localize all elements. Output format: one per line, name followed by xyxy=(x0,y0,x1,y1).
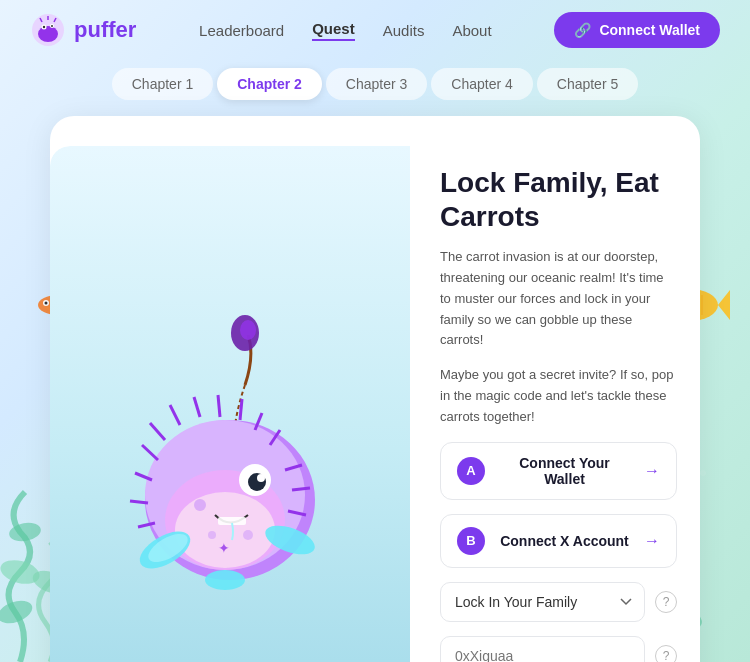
nav-leaderboard[interactable]: Leaderboard xyxy=(199,22,284,39)
svg-point-23 xyxy=(43,26,45,28)
svg-point-59 xyxy=(208,531,216,539)
wallet-address-input[interactable] xyxy=(440,636,645,662)
logo: puffer xyxy=(30,12,136,48)
svg-point-56 xyxy=(205,570,245,590)
step-a-label: Connect Your Wallet xyxy=(497,455,632,487)
puffer-fish-illustration: ✦ xyxy=(100,305,360,595)
content-area: Lock Family, Eat Carrots The carrot inva… xyxy=(410,146,687,662)
step-b-label: Connect X Account xyxy=(497,533,632,549)
connect-wallet-label: Connect Wallet xyxy=(599,22,700,38)
step-a-arrow-icon: → xyxy=(644,462,660,480)
svg-line-41 xyxy=(170,405,180,425)
nav-links: Leaderboard Quest Audits About xyxy=(199,20,492,41)
nav-about[interactable]: About xyxy=(452,22,491,39)
svg-line-40 xyxy=(150,423,165,440)
wallet-icon: 🔗 xyxy=(574,22,591,38)
connect-wallet-button[interactable]: 🔗 Connect Wallet xyxy=(554,12,720,48)
svg-line-48 xyxy=(130,501,148,503)
wallet-input-info-icon[interactable]: ? xyxy=(655,645,677,662)
title-line2: Carrots xyxy=(440,201,540,232)
nav-quest[interactable]: Quest xyxy=(312,20,355,41)
step-a-badge: A xyxy=(457,457,485,485)
card-desc1: The carrot invasion is at our doorstep, … xyxy=(440,247,677,351)
chapter-tabs: Chapter 1 Chapter 2 Chapter 3 Chapter 4 … xyxy=(0,60,750,116)
step-b-button[interactable]: B Connect X Account → xyxy=(440,514,677,568)
svg-point-0 xyxy=(0,596,35,627)
brand-name: puffer xyxy=(74,17,136,43)
step-b-badge: B xyxy=(457,527,485,555)
step-a-button[interactable]: A Connect Your Wallet → xyxy=(440,442,677,500)
navbar: puffer Leaderboard Quest Audits About 🔗 … xyxy=(0,0,750,60)
svg-marker-13 xyxy=(718,290,730,320)
main-card: ✦ Lock Family, Eat Carrots The carrot in… xyxy=(50,116,700,662)
card-desc2: Maybe you got a secret invite? If so, po… xyxy=(440,365,677,427)
chapter-tab-1[interactable]: Chapter 1 xyxy=(112,68,213,100)
wallet-input-row: ? xyxy=(440,636,677,662)
chapter-tab-3[interactable]: Chapter 3 xyxy=(326,68,427,100)
step-b-badge-label: B xyxy=(466,533,475,548)
chapter-tab-5[interactable]: Chapter 5 xyxy=(537,68,638,100)
svg-point-34 xyxy=(175,492,275,568)
card-title: Lock Family, Eat Carrots xyxy=(440,166,677,233)
svg-point-58 xyxy=(243,530,253,540)
chapter-tab-4[interactable]: Chapter 4 xyxy=(431,68,532,100)
svg-line-44 xyxy=(240,399,242,420)
svg-point-37 xyxy=(257,474,265,482)
nav-audits[interactable]: Audits xyxy=(383,22,425,39)
family-info-icon[interactable]: ? xyxy=(655,591,677,613)
title-line1: Lock Family, Eat xyxy=(440,167,659,198)
svg-line-39 xyxy=(142,445,158,460)
svg-line-43 xyxy=(218,395,220,417)
svg-line-51 xyxy=(292,488,310,490)
family-dropdown[interactable]: Lock In Your Family xyxy=(440,582,645,622)
step-a-badge-label: A xyxy=(466,463,475,478)
svg-point-9 xyxy=(43,300,49,306)
svg-point-2 xyxy=(8,520,43,543)
svg-text:✦: ✦ xyxy=(218,540,230,556)
illustration-area: ✦ xyxy=(50,146,410,662)
svg-point-20 xyxy=(38,26,58,42)
puffer-logo-icon xyxy=(30,12,66,48)
step-b-arrow-icon: → xyxy=(644,532,660,550)
svg-point-30 xyxy=(240,320,256,340)
svg-line-42 xyxy=(194,397,200,417)
family-dropdown-row: Lock In Your Family ? xyxy=(440,582,677,622)
svg-point-57 xyxy=(194,499,206,511)
svg-point-25 xyxy=(51,25,53,27)
chapter-tab-2[interactable]: Chapter 2 xyxy=(217,68,322,100)
svg-point-10 xyxy=(45,302,48,305)
svg-point-1 xyxy=(0,556,42,588)
